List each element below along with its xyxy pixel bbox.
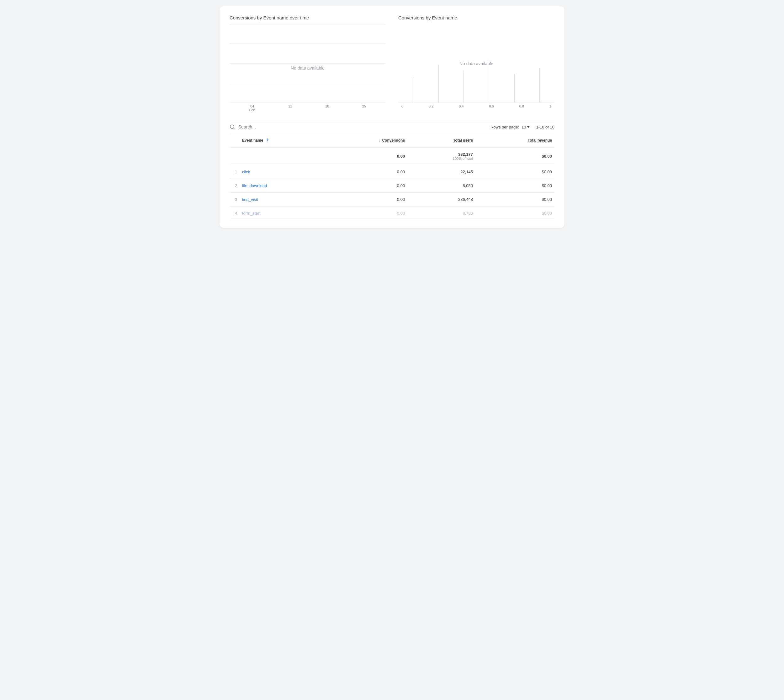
- row-2-total-users: 8,050: [407, 179, 475, 193]
- x-label-1: 04Feb: [249, 104, 255, 112]
- row-2-num: 2: [229, 179, 242, 193]
- row-1-event-name: click: [242, 165, 322, 179]
- x-label-2: 11: [288, 104, 292, 112]
- bar-5: [503, 24, 526, 102]
- row-4-total-users: 8,780: [407, 207, 475, 220]
- rows-per-page-dropdown[interactable]: 10: [522, 125, 530, 129]
- sort-down-icon: ↓: [378, 138, 380, 143]
- row-4-num: 4: [229, 207, 242, 220]
- charts-row: Conversions by Event name over time No d…: [229, 15, 555, 112]
- bar-chart-title: Conversions by Event name: [398, 15, 555, 20]
- line-chart-gridlines: [229, 24, 386, 102]
- row-2-event-name: file_download: [242, 179, 322, 193]
- bar-x-label-02: 0.2: [429, 104, 433, 108]
- row-4-conversions: 0.00: [322, 207, 407, 220]
- table-row: 3 first_visit 0.00 386,448 $0.00: [229, 193, 555, 207]
- gridline-4: [229, 83, 386, 83]
- table-row: 4 form_start 0.00 8,780 $0.00: [229, 207, 555, 220]
- gridline-2: [229, 43, 386, 44]
- table-row: 2 file_download 0.00 8,050 $0.00: [229, 179, 555, 193]
- th-conversions: ↓ Conversions: [322, 133, 407, 148]
- bar-x-label-04: 0.4: [459, 104, 463, 108]
- bar-chart-panel: Conversions by Event name No data availa…: [398, 15, 555, 112]
- add-column-icon[interactable]: +: [266, 137, 269, 143]
- th-total-revenue: Total revenue: [475, 133, 555, 148]
- row-4-total-revenue: $0.00: [475, 207, 555, 220]
- x-label-4: 25: [362, 104, 366, 112]
- svg-line-1: [233, 128, 234, 129]
- table-row: 1 click 0.00 22,145 $0.00: [229, 165, 555, 179]
- summary-total-users: 382,177 100% of total: [407, 148, 475, 165]
- row-4-event-name: form_start: [242, 207, 322, 220]
- th-num: [229, 133, 242, 148]
- row-3-total-revenue: $0.00: [475, 193, 555, 207]
- bar-x-label-1: 1: [550, 104, 551, 108]
- rows-per-page: Rows per page: 10: [490, 125, 530, 129]
- search-icon: [229, 124, 235, 130]
- chevron-down-icon: [527, 126, 530, 128]
- th-event-name: Event name +: [242, 133, 322, 148]
- bar-1: [401, 24, 425, 102]
- th-total-users: Total users: [407, 133, 475, 148]
- bar-2: [427, 24, 450, 102]
- rows-per-page-value: 10: [522, 125, 526, 129]
- line-chart-title: Conversions by Event name over time: [229, 15, 386, 20]
- bar-6: [528, 24, 551, 102]
- line-chart-panel: Conversions by Event name over time No d…: [229, 15, 386, 112]
- row-3-conversions: 0.00: [322, 193, 407, 207]
- rows-per-page-label: Rows per page:: [490, 125, 519, 129]
- x-label-3: 18: [325, 104, 329, 112]
- line-chart-no-data: No data available: [291, 65, 324, 70]
- pagination-info: 1-10 of 10: [536, 125, 555, 129]
- row-1-total-users: 22,145: [407, 165, 475, 179]
- bar-x-label-08: 0.8: [519, 104, 524, 108]
- row-3-event-link[interactable]: first_visit: [242, 197, 258, 202]
- line-chart-xaxis: 04Feb 11 18 25: [229, 104, 386, 112]
- row-1-conversions: 0.00: [322, 165, 407, 179]
- bar-x-label-06: 0.6: [489, 104, 493, 108]
- row-1-num: 1: [229, 165, 242, 179]
- bar-chart-xaxis: 0 0.2 0.4 0.6 0.8 1: [398, 102, 555, 108]
- gridline-1: [229, 24, 386, 25]
- row-2-event-link[interactable]: file_download: [242, 183, 267, 188]
- row-2-conversions: 0.00: [322, 179, 407, 193]
- line-chart-container: No data available 04Feb 11 18 25: [229, 24, 386, 112]
- row-3-event-name: first_visit: [242, 193, 322, 207]
- summary-num: [229, 148, 242, 165]
- row-3-num: 3: [229, 193, 242, 207]
- bar-x-label-0: 0: [401, 104, 403, 108]
- summary-total-revenue: $0.00: [475, 148, 555, 165]
- search-input[interactable]: [238, 124, 490, 129]
- summary-event-name: [242, 148, 322, 165]
- data-table: Event name + ↓ Conversions Total users T…: [229, 133, 555, 220]
- row-1-total-revenue: $0.00: [475, 165, 555, 179]
- table-header-row: Event name + ↓ Conversions Total users T…: [229, 133, 555, 148]
- row-2-total-revenue: $0.00: [475, 179, 555, 193]
- row-1-event-link[interactable]: click: [242, 170, 250, 174]
- row-3-total-users: 386,448: [407, 193, 475, 207]
- main-card: Conversions by Event name over time No d…: [219, 6, 565, 228]
- row-4-event-link[interactable]: form_start: [242, 211, 261, 216]
- search-row: Rows per page: 10 1-10 of 10: [229, 121, 555, 133]
- bar-chart-container: No data available 0 0.2 0.4 0.6 0.8 1: [398, 24, 555, 112]
- summary-row: 0.00 382,177 100% of total $0.00: [229, 148, 555, 165]
- summary-conversions: 0.00: [322, 148, 407, 165]
- bar-chart-no-data: No data available: [460, 61, 493, 66]
